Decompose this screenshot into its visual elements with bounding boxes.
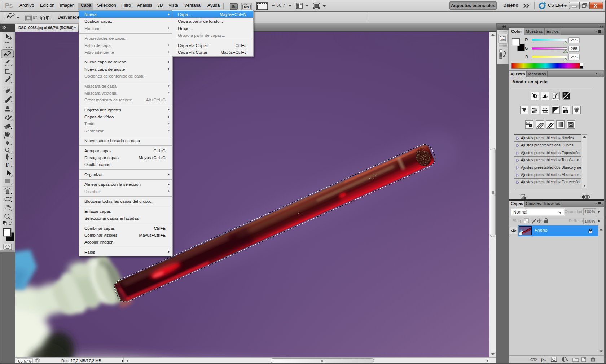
svg-text:Mb: Mb [501, 38, 506, 41]
svg-text:X: X [594, 3, 597, 9]
svg-text:Mb: Mb [244, 5, 249, 9]
svg-text:fx: fx [541, 357, 545, 362]
svg-text:T: T [5, 161, 9, 168]
